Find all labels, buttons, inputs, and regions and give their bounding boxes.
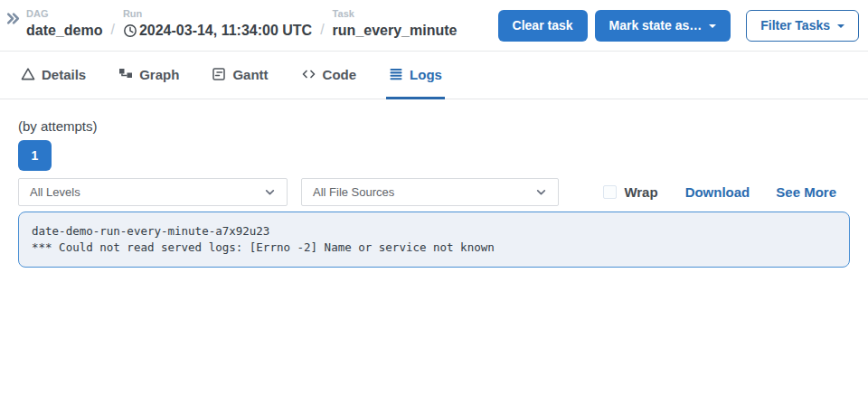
wrap-checkbox[interactable] [603, 185, 617, 199]
tab-code-label: Code [323, 67, 357, 82]
run-timestamp: 2024-03-14, 11:34:00 UTC [139, 20, 312, 42]
log-controls: Wrap Download See More [603, 184, 850, 200]
log-lines-icon [389, 67, 403, 81]
filter-tasks-button[interactable]: Filter Tasks [746, 10, 859, 42]
clear-task-button[interactable]: Clear task [498, 10, 588, 42]
file-source-value: All File Sources [313, 185, 394, 199]
clock-icon [123, 24, 137, 38]
task-instance-header: DAG date_demo / Run 2024-03-14, 11:34:00… [0, 0, 868, 52]
tab-gantt-label: Gantt [232, 67, 268, 82]
gantt-chart-icon [212, 67, 226, 81]
file-source-select[interactable]: All File Sources [301, 178, 559, 206]
mark-state-as-button[interactable]: Mark state as… [595, 10, 731, 42]
detail-tabs: Details Graph Gantt Code Logs [0, 52, 868, 99]
graph-nodes-icon [118, 67, 133, 81]
breadcrumb-run: Run 2024-03-14, 11:34:00 UTC [123, 7, 312, 42]
wrap-label: Wrap [624, 184, 657, 200]
breadcrumb: DAG date_demo / Run 2024-03-14, 11:34:00… [26, 7, 457, 42]
caret-down-icon [837, 24, 844, 28]
see-more-link[interactable]: See More [776, 184, 836, 200]
download-link[interactable]: Download [685, 184, 750, 200]
tab-details-label: Details [42, 67, 86, 82]
dag-label: DAG [26, 7, 102, 20]
run-label: Run [123, 7, 312, 20]
run-value[interactable]: 2024-03-14, 11:34:00 UTC [123, 20, 312, 42]
logs-panel: (by attempts) 1 All Levels All File Sour… [0, 99, 868, 286]
tab-details[interactable]: Details [18, 52, 89, 99]
by-attempts-label: (by attempts) [18, 118, 850, 135]
tab-logs-label: Logs [410, 67, 442, 82]
tab-gantt[interactable]: Gantt [209, 52, 270, 99]
log-level-value: All Levels [30, 185, 80, 199]
chevron-down-icon [535, 186, 547, 198]
filter-tasks-label: Filter Tasks [760, 18, 830, 33]
log-line: date-demo-run-every-minute-a7x92u23 [32, 223, 836, 240]
code-brackets-icon [301, 67, 316, 81]
wrap-toggle-group: Wrap [603, 184, 657, 200]
task-value[interactable]: run_every_minute [333, 20, 458, 42]
dag-value[interactable]: date_demo [26, 20, 102, 42]
task-label: Task [333, 7, 458, 20]
tab-logs[interactable]: Logs [386, 52, 445, 99]
warning-triangle-icon [21, 67, 35, 81]
log-line: *** Could not read served logs: [Errno -… [32, 240, 836, 256]
tab-code[interactable]: Code [298, 52, 360, 99]
tab-graph-label: Graph [139, 67, 179, 82]
log-filter-row: All Levels All File Sources Wrap Downloa… [18, 178, 850, 206]
breadcrumb-separator: / [320, 19, 324, 41]
caret-down-icon [709, 24, 716, 28]
log-output-box: date-demo-run-every-minute-a7x92u23 *** … [18, 212, 850, 268]
breadcrumb-dag: DAG date_demo [26, 7, 102, 42]
header-actions: Clear task Mark state as… Filter Tasks [491, 10, 859, 42]
chevron-down-icon [264, 186, 276, 198]
clear-task-label: Clear task [513, 18, 573, 33]
tab-graph[interactable]: Graph [116, 52, 182, 99]
double-chevron-icon[interactable] [5, 11, 21, 30]
breadcrumb-task: Task run_every_minute [333, 7, 458, 42]
attempt-1-button[interactable]: 1 [18, 140, 52, 171]
mark-state-as-label: Mark state as… [609, 18, 703, 33]
log-level-select[interactable]: All Levels [18, 178, 288, 206]
breadcrumb-separator: / [110, 19, 114, 41]
